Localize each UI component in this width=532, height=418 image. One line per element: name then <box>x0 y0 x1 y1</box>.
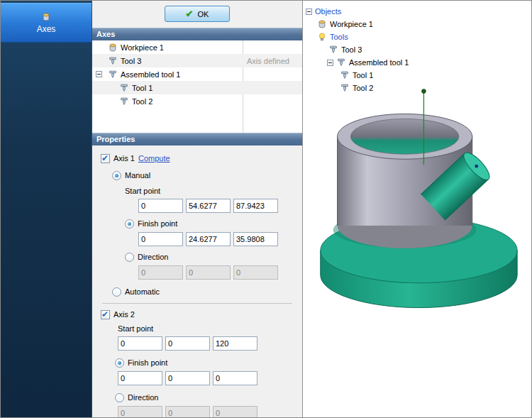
scene-tree-objects[interactable]: Objects <box>303 5 409 18</box>
axis1-finish-label: Finish point <box>138 219 177 229</box>
scene-tree: Objects Workpiece 1 Tools Tool 3 Assembl… <box>303 5 409 94</box>
check-icon: ✔ <box>186 9 194 18</box>
axis1-direction-x-input[interactable] <box>138 265 183 280</box>
axis2-direction-inputs <box>118 406 298 418</box>
collapse-icon[interactable] <box>306 9 312 15</box>
tree-row-label: Assembled tool 1 <box>121 70 180 79</box>
axis2-label: Axis 2 <box>113 310 135 319</box>
axis1-finish-y-input[interactable] <box>186 232 231 246</box>
scene-tree-assembled-tool1[interactable]: Assembled tool 1 <box>303 56 409 69</box>
axis1-finish-z-input[interactable] <box>233 232 278 246</box>
scene-tree-tool3[interactable]: Tool 3 <box>303 43 409 56</box>
scene-tree-tools[interactable]: Tools <box>303 31 409 43</box>
scene-tree-tool2[interactable]: Tool 2 <box>303 82 409 94</box>
tool-tip-dot <box>475 165 478 168</box>
sidebar-item-label: Axes <box>37 24 56 34</box>
ok-button[interactable]: ✔ OK <box>165 6 230 22</box>
axis1-finish-radio-row: Finish point <box>125 218 298 229</box>
properties-form: Axis 1 Compute Manual Start point Finish… <box>92 145 302 418</box>
cylinder-icon <box>41 12 51 22</box>
properties-section-header: Properties <box>92 133 302 145</box>
axis2-direction-radio-row: Direction <box>115 392 298 403</box>
axis2-direction-radio[interactable] <box>115 393 124 402</box>
scene-tree-label: Assembled tool 1 <box>349 58 409 67</box>
tree-row-label: Tool 2 <box>132 97 153 106</box>
axis2-finish-radio[interactable] <box>115 358 124 368</box>
axis2-start-x-input[interactable] <box>118 336 162 351</box>
tree-row-assembled-tool1[interactable]: Assembled tool 1 <box>92 67 302 81</box>
tool-icon <box>340 83 350 93</box>
viewport-panel: Objects Workpiece 1 Tools Tool 3 Assembl… <box>302 1 531 417</box>
ok-button-label: OK <box>198 10 209 18</box>
tool-icon <box>336 57 346 67</box>
axis1-finish-x-input[interactable] <box>138 232 183 246</box>
left-sidebar: Axes <box>1 1 92 417</box>
axis2-start-y-input[interactable] <box>165 336 210 351</box>
tool-icon <box>108 56 118 66</box>
axis1-direction-radio-row: Direction <box>125 251 298 263</box>
manual-radio[interactable] <box>112 171 121 180</box>
tool-icon <box>119 97 129 106</box>
axis2-finish-label: Finish point <box>128 358 167 368</box>
axis1-direction-label: Direction <box>138 253 168 262</box>
axis1-start-point-label: Start point <box>125 187 298 196</box>
axis2-finish-inputs <box>118 371 298 385</box>
lightbulb-icon <box>317 32 327 42</box>
axis1-direction-z-input[interactable] <box>233 265 278 280</box>
axis2-finish-z-input[interactable] <box>213 371 257 385</box>
scene-tree-label: Tools <box>330 33 348 41</box>
axis1-start-inputs <box>138 199 298 213</box>
tree-row-tool3[interactable]: Tool 3 Axis defined <box>92 54 302 67</box>
tree-row-tool2[interactable]: Tool 2 <box>92 94 302 108</box>
axis-defined-status: Axis defined <box>247 57 289 65</box>
axis1-direction-inputs <box>138 265 298 280</box>
axis2-checkbox[interactable] <box>101 310 110 319</box>
axis2-direction-y-input[interactable] <box>165 406 210 418</box>
automatic-radio-row: Automatic <box>112 286 298 297</box>
collapse-icon[interactable] <box>96 71 102 77</box>
axes-dialog-panel: ✔ OK Axes Workpiece 1 Tool 3 Axis define… <box>92 1 302 417</box>
sidebar-item-axes[interactable]: Axes <box>1 3 92 43</box>
axis1-finish-inputs <box>138 232 298 246</box>
scene-tree-label: Tool 2 <box>353 84 373 92</box>
axis1-direction-y-input[interactable] <box>186 265 231 280</box>
tree-row-label: Workpiece 1 <box>121 43 164 52</box>
tree-row-label: Tool 3 <box>121 57 141 65</box>
tree-row-label: Tool 1 <box>132 84 153 92</box>
axis2-start-z-input[interactable] <box>213 336 257 351</box>
axis2-start-point-label: Start point <box>118 324 298 334</box>
section-separator <box>102 303 292 304</box>
workpiece-icon <box>108 43 118 53</box>
workpiece-icon <box>317 19 327 29</box>
axis1-direction-radio[interactable] <box>125 253 134 262</box>
tool-icon <box>119 83 129 93</box>
scene-tree-workpiece1[interactable]: Workpiece 1 <box>303 18 409 31</box>
tree-row-tool1[interactable]: Tool 1 <box>92 81 302 94</box>
axis1-label: Axis 1 <box>113 154 135 163</box>
axis2-direction-z-input[interactable] <box>213 406 257 418</box>
scene-tree-label: Tool 1 <box>353 71 373 79</box>
axis1-start-x-input[interactable] <box>138 199 183 213</box>
axis2-direction-x-input[interactable] <box>118 406 162 418</box>
axis2-start-inputs <box>118 336 298 351</box>
manual-label: Manual <box>125 171 150 180</box>
toolbar: ✔ OK <box>92 1 302 28</box>
scene-tree-label: Tool 3 <box>341 45 362 54</box>
axis1-finish-radio[interactable] <box>125 219 134 229</box>
collapse-icon[interactable] <box>327 60 333 66</box>
automatic-radio[interactable] <box>112 287 121 297</box>
axes-tree: Workpiece 1 Tool 3 Axis defined Assemble… <box>92 40 302 133</box>
tree-row-workpiece1[interactable]: Workpiece 1 <box>92 40 302 54</box>
scene-tree-label: Objects <box>315 7 341 16</box>
axis2-finish-x-input[interactable] <box>118 371 162 385</box>
axis2-finish-radio-row: Finish point <box>115 357 298 368</box>
axis1-start-y-input[interactable] <box>186 199 231 213</box>
axis1-checkbox[interactable] <box>101 154 110 163</box>
tool-icon <box>108 70 118 79</box>
scene-tree-label: Workpiece 1 <box>330 20 373 28</box>
axis1-header-row: Axis 1 Compute <box>101 153 298 164</box>
axis1-start-z-input[interactable] <box>233 199 278 213</box>
compute-link[interactable]: Compute <box>138 154 170 163</box>
scene-tree-tool1[interactable]: Tool 1 <box>303 69 409 82</box>
axis2-finish-y-input[interactable] <box>165 371 210 385</box>
